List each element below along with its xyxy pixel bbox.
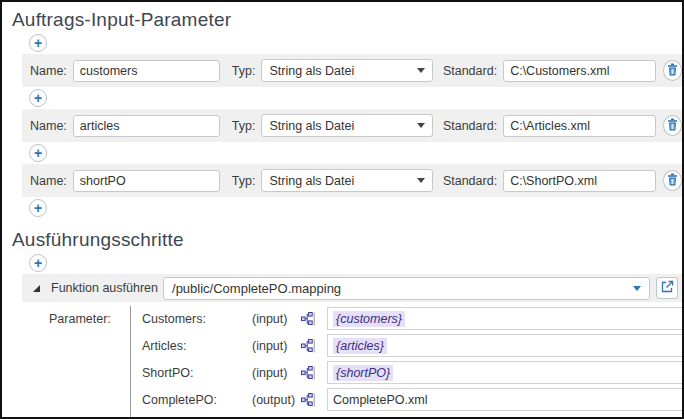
parameter-name-input[interactable] [73,170,220,192]
add-parameter-row-0: + [29,34,682,52]
parameter-value: {shortPO} [333,365,393,381]
add-parameter-row-2: + [29,144,682,162]
parameter-direction: (input) [252,312,301,326]
default-label: Standard: [443,119,497,133]
parameter-value: CompletePO.xml [333,393,427,407]
parameter-value: {customers} [333,311,405,327]
collapse-expander-icon[interactable] [33,285,40,292]
add-parameter-button[interactable]: + [29,144,47,162]
add-parameter-row-3: + [29,199,682,217]
parameter-value-field[interactable]: {shortPO} [327,361,684,384]
execution-step-header: Funktion ausführen /public/CompletePO.ma… [22,274,682,302]
parameter-default-input[interactable] [503,115,656,137]
step-type-label: Funktion ausführen [51,281,158,295]
name-label: Name: [30,64,67,78]
parameter-row-customers: Name: Typ: String als Datei Standard: [22,54,682,87]
parameter-row-articles: Name: Typ: String als Datei Standard: [22,109,682,142]
parameter-name: Customers: [130,312,252,326]
parameter-type-select[interactable]: String als Datei [261,169,432,192]
trash-icon [667,63,678,79]
name-label: Name: [30,119,67,133]
open-function-button[interactable] [656,277,678,299]
chevron-down-icon [633,286,641,291]
working-directory-row: Working-directory: + [22,413,682,419]
parameter-type-select[interactable]: String als Datei [261,114,432,137]
chevron-down-icon [417,68,425,73]
set-expression-icon[interactable] [301,393,327,407]
trash-icon [667,173,678,189]
type-label: Typ: [232,119,256,133]
step-parameter-row-customers: Parameter: Customers: (input) {customers… [22,305,682,332]
add-parameter-button[interactable]: + [29,199,47,217]
type-label: Typ: [232,174,256,188]
parameter-value: {articles} [333,338,387,354]
type-label: Typ: [232,64,256,78]
default-label: Standard: [443,174,497,188]
parameters-label: Parameter: [22,312,130,326]
parameter-direction: (input) [252,366,301,380]
step-parameter-row-articles: Articles: (input) {articles} [22,332,682,359]
parameter-value-field[interactable]: CompletePO.xml [327,388,684,411]
step-parameter-row-completepo: CompletePO: (output) CompletePO.xml [22,386,682,413]
job-configuration-panel: Auftrags-Input-Parameter + Name: Typ: St… [0,0,684,419]
add-parameter-button[interactable]: + [29,89,47,107]
add-step-row: + [29,254,682,272]
parameter-name: CompletePO: [130,393,252,407]
parameters-divider [130,306,131,419]
parameter-type-select[interactable]: String als Datei [261,59,432,82]
set-expression-icon[interactable] [301,339,327,353]
parameter-value-field[interactable]: {articles} [327,334,684,357]
chevron-down-icon [417,178,425,183]
parameter-direction: (input) [252,339,301,353]
add-parameter-row-1: + [29,89,682,107]
input-parameters-title: Auftrags-Input-Parameter [12,9,682,31]
chevron-down-icon [417,123,425,128]
step-parameter-row-shortpo: ShortPO: (input) {shortPO} [22,359,682,386]
trash-icon [667,118,678,134]
parameter-name-input[interactable] [73,60,220,82]
selected-type-value: String als Datei [269,64,354,78]
selected-type-value: String als Datei [269,119,354,133]
parameter-row-shortpo: Name: Typ: String als Datei Standard: [22,164,682,197]
step-parameters-block: Parameter: Customers: (input) {customers… [22,302,682,419]
function-path-value: /public/CompletePO.mapping [172,281,341,296]
set-expression-icon[interactable] [301,366,327,380]
function-path-combobox[interactable]: /public/CompletePO.mapping [163,277,650,300]
delete-parameter-button[interactable] [663,60,682,81]
delete-parameter-button[interactable] [663,115,682,136]
selected-type-value: String als Datei [269,174,354,188]
external-link-icon [661,280,674,296]
parameter-name-input[interactable] [73,115,220,137]
add-step-button[interactable]: + [29,254,47,272]
parameter-name: Articles: [130,339,252,353]
add-parameter-button[interactable]: + [29,34,47,52]
parameter-value-field[interactable]: {customers} [327,307,684,330]
set-expression-icon[interactable] [301,312,327,326]
delete-parameter-button[interactable] [663,170,682,191]
name-label: Name: [30,174,67,188]
parameter-name: ShortPO: [130,366,252,380]
parameter-default-input[interactable] [503,60,656,82]
execution-steps-title: Ausführungsschritte [12,229,682,251]
default-label: Standard: [443,64,497,78]
parameter-default-input[interactable] [503,170,656,192]
parameter-direction: (output) [252,393,301,407]
